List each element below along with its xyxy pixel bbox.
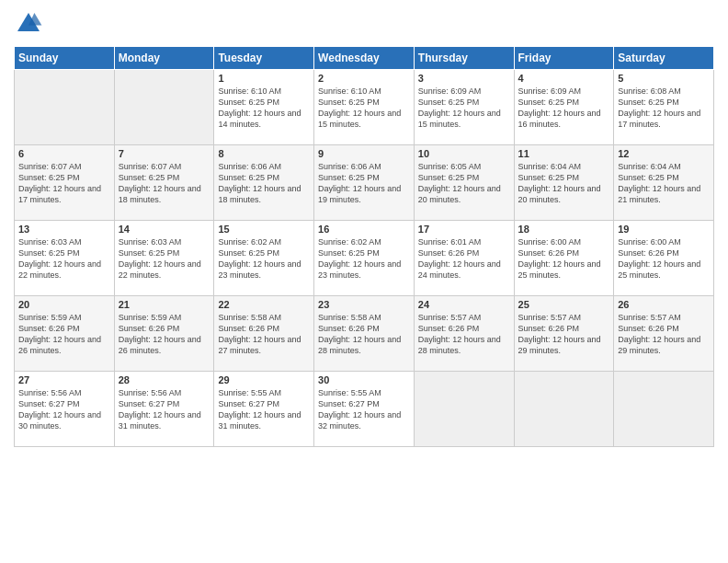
day-info: Sunrise: 5:58 AM Sunset: 6:26 PM Dayligh… <box>218 312 310 357</box>
calendar-cell: 1Sunrise: 6:10 AM Sunset: 6:25 PM Daylig… <box>214 70 314 145</box>
calendar-cell: 9Sunrise: 6:06 AM Sunset: 6:25 PM Daylig… <box>314 145 415 221</box>
day-info: Sunrise: 6:03 AM Sunset: 6:25 PM Dayligh… <box>18 236 110 282</box>
day-number: 4 <box>518 73 610 84</box>
calendar-week-4: 20Sunrise: 5:59 AM Sunset: 6:26 PM Dayli… <box>15 296 714 372</box>
day-info: Sunrise: 5:57 AM Sunset: 6:26 PM Dayligh… <box>418 312 510 357</box>
day-info: Sunrise: 5:59 AM Sunset: 6:26 PM Dayligh… <box>119 312 210 357</box>
day-number: 21 <box>119 299 210 310</box>
calendar-weekday-thursday: Thursday <box>414 47 514 70</box>
calendar-cell: 24Sunrise: 5:57 AM Sunset: 6:26 PM Dayli… <box>414 296 514 372</box>
day-info: Sunrise: 6:01 AM Sunset: 6:26 PM Dayligh… <box>418 236 510 282</box>
calendar-weekday-tuesday: Tuesday <box>214 47 314 70</box>
calendar-cell <box>414 372 514 447</box>
day-info: Sunrise: 5:57 AM Sunset: 6:26 PM Dayligh… <box>618 312 710 357</box>
calendar-week-5: 27Sunrise: 5:56 AM Sunset: 6:27 PM Dayli… <box>15 372 714 447</box>
day-info: Sunrise: 6:09 AM Sunset: 6:25 PM Dayligh… <box>418 86 510 131</box>
calendar-cell <box>15 70 115 145</box>
day-number: 19 <box>618 224 710 235</box>
day-info: Sunrise: 5:59 AM Sunset: 6:26 PM Dayligh… <box>18 312 110 357</box>
calendar-cell: 15Sunrise: 6:02 AM Sunset: 6:25 PM Dayli… <box>214 221 314 296</box>
calendar-cell: 17Sunrise: 6:01 AM Sunset: 6:26 PM Dayli… <box>414 221 514 296</box>
day-number: 30 <box>318 374 410 385</box>
day-number: 23 <box>318 299 410 310</box>
calendar-weekday-friday: Friday <box>514 47 614 70</box>
calendar-cell: 23Sunrise: 5:58 AM Sunset: 6:26 PM Dayli… <box>314 296 415 372</box>
day-number: 10 <box>418 148 510 159</box>
day-info: Sunrise: 5:58 AM Sunset: 6:26 PM Dayligh… <box>318 312 410 357</box>
day-number: 8 <box>218 148 310 159</box>
calendar-cell: 18Sunrise: 6:00 AM Sunset: 6:26 PM Dayli… <box>514 221 614 296</box>
day-number: 29 <box>218 374 310 385</box>
calendar-cell: 13Sunrise: 6:03 AM Sunset: 6:25 PM Dayli… <box>15 221 115 296</box>
calendar-cell: 14Sunrise: 6:03 AM Sunset: 6:25 PM Dayli… <box>114 221 214 296</box>
day-number: 27 <box>18 374 110 385</box>
day-info: Sunrise: 5:55 AM Sunset: 6:27 PM Dayligh… <box>318 387 410 432</box>
calendar-weekday-sunday: Sunday <box>15 47 115 70</box>
calendar-weekday-saturday: Saturday <box>614 47 714 70</box>
calendar-week-1: 1Sunrise: 6:10 AM Sunset: 6:25 PM Daylig… <box>15 70 714 145</box>
day-number: 14 <box>119 224 210 235</box>
day-number: 22 <box>218 299 310 310</box>
calendar-cell: 7Sunrise: 6:07 AM Sunset: 6:25 PM Daylig… <box>114 145 214 221</box>
calendar-weekday-monday: Monday <box>114 47 214 70</box>
day-number: 13 <box>18 224 110 235</box>
day-info: Sunrise: 6:05 AM Sunset: 6:25 PM Dayligh… <box>418 161 510 206</box>
calendar-cell: 21Sunrise: 5:59 AM Sunset: 6:26 PM Dayli… <box>114 296 214 372</box>
day-info: Sunrise: 6:09 AM Sunset: 6:25 PM Dayligh… <box>518 86 610 131</box>
calendar-week-2: 6Sunrise: 6:07 AM Sunset: 6:25 PM Daylig… <box>15 145 714 221</box>
day-info: Sunrise: 6:06 AM Sunset: 6:25 PM Dayligh… <box>318 161 410 206</box>
calendar-cell: 12Sunrise: 6:04 AM Sunset: 6:25 PM Dayli… <box>614 145 714 221</box>
day-number: 24 <box>418 299 510 310</box>
day-number: 5 <box>618 73 710 84</box>
day-info: Sunrise: 6:07 AM Sunset: 6:25 PM Dayligh… <box>119 161 210 206</box>
day-info: Sunrise: 6:02 AM Sunset: 6:25 PM Dayligh… <box>218 236 310 282</box>
calendar-header: SundayMondayTuesdayWednesdayThursdayFrid… <box>15 47 714 70</box>
day-info: Sunrise: 6:07 AM Sunset: 6:25 PM Dayligh… <box>18 161 110 206</box>
day-number: 15 <box>218 224 310 235</box>
day-info: Sunrise: 6:08 AM Sunset: 6:25 PM Dayligh… <box>618 86 710 131</box>
calendar-cell: 2Sunrise: 6:10 AM Sunset: 6:25 PM Daylig… <box>314 70 415 145</box>
day-number: 12 <box>618 148 710 159</box>
calendar-cell: 25Sunrise: 5:57 AM Sunset: 6:26 PM Dayli… <box>514 296 614 372</box>
day-number: 9 <box>318 148 410 159</box>
calendar-body: 1Sunrise: 6:10 AM Sunset: 6:25 PM Daylig… <box>15 70 714 447</box>
calendar-cell <box>614 372 714 447</box>
calendar-cell: 10Sunrise: 6:05 AM Sunset: 6:25 PM Dayli… <box>414 145 514 221</box>
calendar-cell: 19Sunrise: 6:00 AM Sunset: 6:26 PM Dayli… <box>614 221 714 296</box>
calendar-cell: 3Sunrise: 6:09 AM Sunset: 6:25 PM Daylig… <box>414 70 514 145</box>
day-info: Sunrise: 6:10 AM Sunset: 6:25 PM Dayligh… <box>218 86 310 131</box>
day-number: 28 <box>119 374 210 385</box>
calendar-cell <box>514 372 614 447</box>
day-number: 20 <box>18 299 110 310</box>
calendar-weekday-wednesday: Wednesday <box>314 47 415 70</box>
day-info: Sunrise: 5:56 AM Sunset: 6:27 PM Dayligh… <box>119 387 210 432</box>
day-info: Sunrise: 6:00 AM Sunset: 6:26 PM Dayligh… <box>518 236 610 282</box>
header-row: SundayMondayTuesdayWednesdayThursdayFrid… <box>15 47 714 70</box>
day-number: 17 <box>418 224 510 235</box>
header <box>14 9 714 39</box>
calendar-table: SundayMondayTuesdayWednesdayThursdayFrid… <box>14 46 714 447</box>
page: SundayMondayTuesdayWednesdayThursdayFrid… <box>0 0 728 563</box>
calendar-cell: 29Sunrise: 5:55 AM Sunset: 6:27 PM Dayli… <box>214 372 314 447</box>
calendar-cell: 16Sunrise: 6:02 AM Sunset: 6:25 PM Dayli… <box>314 221 415 296</box>
day-number: 18 <box>518 224 610 235</box>
calendar-cell: 22Sunrise: 5:58 AM Sunset: 6:26 PM Dayli… <box>214 296 314 372</box>
calendar-cell: 26Sunrise: 5:57 AM Sunset: 6:26 PM Dayli… <box>614 296 714 372</box>
day-number: 3 <box>418 73 510 84</box>
calendar-cell: 27Sunrise: 5:56 AM Sunset: 6:27 PM Dayli… <box>15 372 115 447</box>
calendar-cell: 5Sunrise: 6:08 AM Sunset: 6:25 PM Daylig… <box>614 70 714 145</box>
day-number: 1 <box>218 73 310 84</box>
calendar-cell: 4Sunrise: 6:09 AM Sunset: 6:25 PM Daylig… <box>514 70 614 145</box>
day-info: Sunrise: 5:57 AM Sunset: 6:26 PM Dayligh… <box>518 312 610 357</box>
day-info: Sunrise: 6:06 AM Sunset: 6:25 PM Dayligh… <box>218 161 310 206</box>
day-info: Sunrise: 6:03 AM Sunset: 6:25 PM Dayligh… <box>119 236 210 282</box>
logo-icon <box>14 9 43 39</box>
day-number: 16 <box>318 224 410 235</box>
day-info: Sunrise: 6:00 AM Sunset: 6:26 PM Dayligh… <box>618 236 710 282</box>
day-number: 6 <box>18 148 110 159</box>
calendar-cell: 11Sunrise: 6:04 AM Sunset: 6:25 PM Dayli… <box>514 145 614 221</box>
calendar-cell: 8Sunrise: 6:06 AM Sunset: 6:25 PM Daylig… <box>214 145 314 221</box>
day-info: Sunrise: 6:04 AM Sunset: 6:25 PM Dayligh… <box>518 161 610 206</box>
day-number: 7 <box>119 148 210 159</box>
day-info: Sunrise: 6:10 AM Sunset: 6:25 PM Dayligh… <box>318 86 410 131</box>
